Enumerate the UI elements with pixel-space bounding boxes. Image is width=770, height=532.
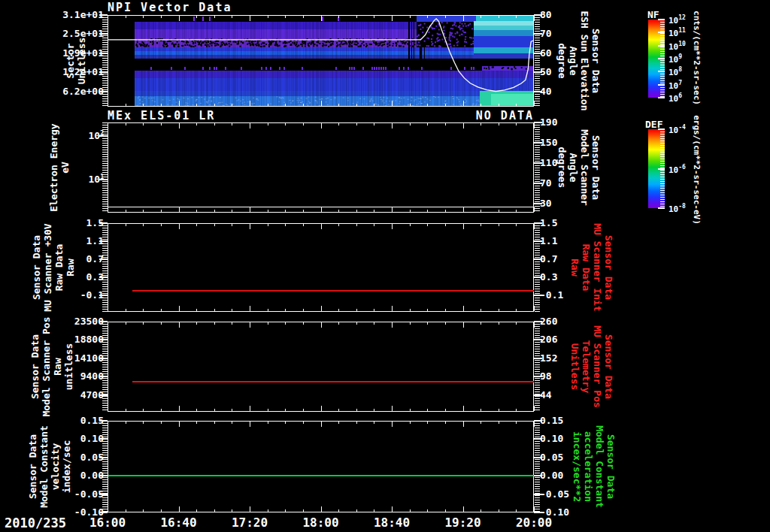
colorbar-tick-label: 107: [668, 80, 682, 91]
colorbar-major-tick: [658, 97, 665, 98]
x-axis-tick: [338, 123, 339, 125]
x-axis-tick: [356, 224, 357, 226]
x-axis-tick: [445, 322, 446, 325]
x-axis-tick: [427, 309, 428, 311]
x-axis-tick: [499, 210, 499, 212]
x-axis-tick: [392, 207, 393, 212]
x-axis-tick: [214, 322, 215, 325]
x-axis-tick: [356, 322, 357, 325]
y-tick-label-right: 40: [540, 86, 552, 97]
x-axis-tick: [214, 409, 215, 411]
x-axis-tick: [108, 16, 108, 21]
x-axis-tick: [232, 104, 232, 106]
x-axis-tick: [410, 16, 411, 18]
x-axis-tick: [250, 224, 250, 229]
x-axis-tick: [480, 509, 481, 512]
x-axis-tick: [499, 309, 499, 311]
x-axis-tick: [338, 422, 339, 424]
x-axis-tick: [374, 104, 374, 106]
x-axis-tick: [161, 104, 162, 106]
x-axis-tick: [303, 224, 304, 226]
x-axis-tick: [303, 210, 304, 212]
x-tick-label: 16:40: [160, 515, 196, 530]
y-tick-label-right: 80: [540, 9, 552, 20]
y-tick-label-right: 98: [540, 370, 552, 382]
x-axis-tick: [303, 509, 304, 512]
x-axis-tick: [463, 322, 464, 328]
colorbar-major-tick: [658, 19, 665, 20]
x-tick-label: 18:40: [374, 515, 410, 530]
colorbar-major-tick: [658, 71, 665, 72]
x-axis-tick: [214, 309, 215, 311]
x-axis-tick: [250, 322, 250, 328]
x-axis-tick: [179, 406, 180, 411]
x-axis-tick: [480, 210, 481, 212]
x-axis-tick: [321, 422, 322, 427]
x-axis-tick: [427, 104, 428, 106]
x-axis-tick: [534, 506, 535, 512]
x-axis-tick: [356, 210, 357, 212]
nf-colorbar-units: cnts/(cm**2-sr-sec): [692, 11, 701, 105]
x-axis-tick: [463, 422, 464, 427]
x-axis-tick: [321, 123, 322, 128]
x-axis-tick: [303, 104, 304, 106]
colorbar-tick-label: 108: [668, 66, 682, 77]
y-tick-label-right: 44: [540, 389, 552, 401]
y-tick-label-right: -0.05: [540, 488, 569, 500]
x-axis-tick: [321, 322, 322, 328]
x-axis-tick: [196, 224, 197, 226]
x-axis-tick: [126, 422, 126, 424]
x-axis-tick: [338, 409, 339, 411]
x-axis-tick: [214, 509, 215, 512]
y-tick-label-left: 1.5: [23, 217, 104, 228]
x-axis-tick: [427, 123, 428, 125]
x-axis-tick: [356, 422, 357, 424]
page-title: NPI Vector Data: [108, 1, 232, 14]
y-tick-label-left: 0.3: [23, 271, 104, 283]
x-axis-tick: [445, 409, 446, 411]
x-axis-tick: [250, 506, 250, 512]
panel-velocity-box: [108, 421, 534, 512]
y-tick-label-right: 0.7: [540, 253, 557, 264]
x-axis-tick: [268, 123, 268, 125]
x-axis-tick: [534, 101, 535, 106]
x-axis-tick: [321, 506, 322, 512]
y-tick-label-right: 110: [540, 157, 557, 168]
x-axis-tick: [338, 210, 339, 212]
x-axis-tick: [303, 409, 304, 411]
x-axis-tick: [285, 309, 286, 311]
y-tick-label-left: 14100: [23, 352, 104, 364]
x-axis-tick: [410, 123, 411, 125]
x-axis-tick: [126, 210, 126, 212]
x-axis-tick: [303, 16, 304, 18]
x-axis-tick: [516, 509, 517, 512]
x-axis-tick: [179, 306, 180, 311]
y-tick-label-left: 18800: [23, 334, 104, 345]
x-axis-tick: [499, 224, 499, 226]
x-axis-tick: [463, 207, 464, 212]
x-axis-tick: [268, 422, 268, 424]
x-axis-tick: [410, 409, 411, 411]
y-tick-label-left: 23500: [23, 316, 104, 327]
x-axis-tick: [534, 422, 535, 427]
x-axis-tick: [250, 306, 250, 311]
x-axis-tick: [179, 224, 180, 229]
x-axis-tick: [108, 224, 108, 229]
y-axis-minor-ticks-right: [535, 122, 540, 213]
y-tick-label-left: 0.7: [23, 253, 104, 264]
x-axis-tick: [356, 409, 357, 411]
x-axis-tick: [303, 123, 304, 125]
x-axis-tick: [499, 123, 499, 125]
x-axis-tick: [143, 16, 144, 18]
x-axis-tick: [285, 322, 286, 325]
plot-page: NPI Vector Data MEx ELS-01 LR NO DATA Se…: [0, 0, 770, 532]
colorbar-tick-label: 10-6: [668, 164, 686, 175]
x-axis-tick: [285, 422, 286, 424]
x-axis-tick: [161, 509, 162, 512]
x-axis-tick: [534, 207, 535, 212]
x-axis-tick: [285, 104, 286, 106]
x-axis-tick: [143, 509, 144, 512]
x-axis-tick: [427, 210, 428, 212]
x-axis-tick: [374, 16, 374, 18]
panel4-left-axis-label: Sensor Data Model Scanner Pos Raw unitle…: [29, 316, 74, 416]
